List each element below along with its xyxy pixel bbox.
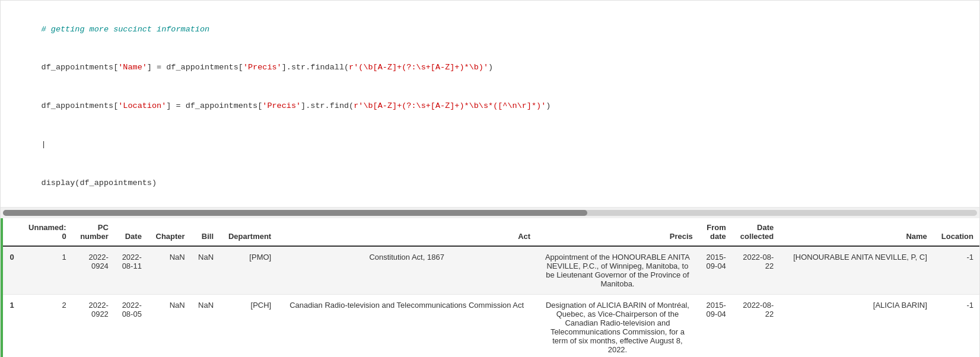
th-index (3, 218, 20, 246)
row-0-name: [HONOURABLE ANITA NEVILLE, P, C] (779, 246, 933, 295)
row-0-unnamed: 1 (20, 246, 72, 295)
row-1-chapter: NaN (148, 294, 191, 357)
th-bill: Bill (191, 218, 219, 246)
row-1-precis: Designation of ALICIA BARIN of Montréal,… (536, 294, 699, 357)
row-1-department: [PCH] (219, 294, 277, 357)
row-1-date-collected: 2022-08- 22 (732, 294, 779, 357)
row-1-unnamed: 2 (20, 294, 72, 357)
th-name: Name (779, 218, 933, 246)
notebook-cell: # getting more succinct information df_a… (0, 0, 980, 357)
th-from-date: Fromdate (699, 218, 732, 246)
row-1-from-date: 2015- 09-04 (699, 294, 732, 357)
row-1-name: [ALICIA BARIN] (779, 294, 933, 357)
row-0-bill: NaN (191, 246, 219, 295)
row-0-department: [PMO] (219, 246, 277, 295)
horizontal-scrollbar[interactable] (1, 208, 979, 218)
row-0-chapter: NaN (148, 246, 191, 295)
th-chapter: Chapter (148, 218, 191, 246)
th-date-collected: Datecollected (732, 218, 779, 246)
code-line-1: df_appointments['Name'] = df_appointment… (12, 49, 968, 87)
code-line-4: display(df_appointments) (12, 164, 968, 202)
row-0-location: -1 (933, 246, 979, 295)
data-table: Unnamed:0 PCnumber Date Chapter Bill Dep… (3, 218, 979, 357)
row-1-date: 2022- 08-05 (114, 294, 148, 357)
code-block: # getting more succinct information df_a… (1, 1, 979, 208)
row-1-pc-number: 2022- 0922 (72, 294, 114, 357)
th-date: Date (114, 218, 148, 246)
table-row: 1 2 2022- 0922 2022- 08-05 NaN NaN [PCH]… (3, 294, 979, 357)
th-precis: Precis (536, 218, 699, 246)
table-row: 0 1 2022- 0924 2022- 08-11 NaN NaN [PMO]… (3, 246, 979, 295)
th-act: Act (277, 218, 536, 246)
th-unnamed: Unnamed:0 (20, 218, 72, 246)
row-1-bill: NaN (191, 294, 219, 357)
row-0-act: Constitution Act, 1867 (277, 246, 536, 295)
code-line-2: df_appointments['Location'] = df_appoint… (12, 87, 968, 126)
scrollbar-thumb[interactable] (3, 210, 587, 216)
scrollbar-track (3, 210, 977, 216)
row-0-pc-number: 2022- 0924 (72, 246, 114, 295)
table-header-row: Unnamed:0 PCnumber Date Chapter Bill Dep… (3, 218, 979, 246)
row-1-location: -1 (933, 294, 979, 357)
row-0-precis: Appointment of the HONOURABLE ANITA NEVI… (536, 246, 699, 295)
row-1-index: 1 (3, 294, 20, 357)
row-0-from-date: 2015- 09-04 (699, 246, 732, 295)
row-1-act: Canadian Radio-television and Telecommun… (277, 294, 536, 357)
output-area: Unnamed:0 PCnumber Date Chapter Bill Dep… (1, 218, 979, 357)
row-0-date-collected: 2022-08- 22 (732, 246, 779, 295)
th-location: Location (933, 218, 979, 246)
code-comment: # getting more succinct information (12, 10, 968, 49)
th-pc-number: PCnumber (72, 218, 114, 246)
dataframe-output: Unnamed:0 PCnumber Date Chapter Bill Dep… (3, 218, 979, 357)
code-line-3: | (12, 125, 968, 164)
row-0-index: 0 (3, 246, 20, 295)
th-department: Department (219, 218, 277, 246)
row-0-date: 2022- 08-11 (114, 246, 148, 295)
